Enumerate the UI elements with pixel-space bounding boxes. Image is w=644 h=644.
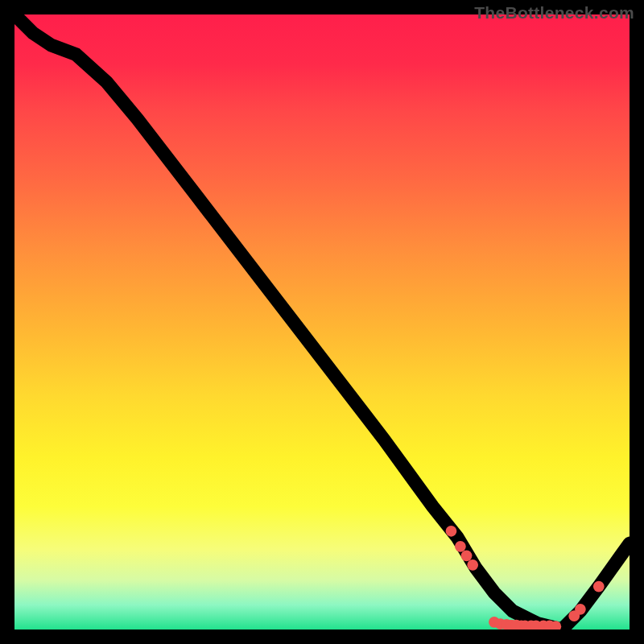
curve-marker [593, 581, 605, 592]
curve-marker [455, 541, 466, 552]
watermark-text: TheBottleneck.com [474, 3, 634, 23]
chart-stage: TheBottleneck.com [0, 0, 644, 644]
curve-left-path [14, 14, 562, 630]
plot-area [14, 14, 630, 630]
curve-marker [467, 559, 478, 571]
curve-marker [575, 604, 586, 615]
curve-layer [14, 14, 630, 630]
curve-marker [461, 550, 473, 561]
curve-marker [446, 526, 457, 537]
